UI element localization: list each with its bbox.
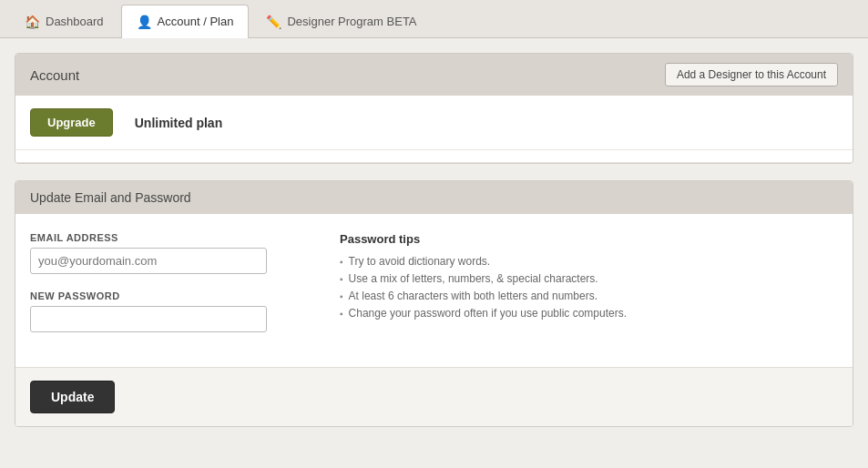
plan-row: Upgrade Unlimited plan: [15, 96, 853, 150]
list-item: ▪ Use a mix of letters, numbers, & speci…: [340, 272, 838, 285]
pencil-icon: ✏️: [266, 15, 281, 29]
tab-designer-program-label: Designer Program BETA: [287, 15, 416, 28]
password-input[interactable]: [30, 306, 267, 332]
form-right: Password tips ▪ Try to avoid dictionary …: [340, 232, 838, 349]
form-left: EMAIL ADDRESS NEW PASSWORD: [30, 232, 303, 349]
bullet-icon: ▪: [340, 309, 343, 319]
list-item: ▪ Change your password often if you use …: [340, 307, 838, 320]
user-icon: 👤: [137, 15, 152, 29]
upgrade-button[interactable]: Upgrade: [30, 108, 113, 137]
account-section: Account Add a Designer to this Account U…: [15, 53, 853, 164]
bullet-icon: ▪: [340, 257, 343, 267]
list-item: ▪ At least 6 characters with both letter…: [340, 290, 838, 302]
update-section-header: Update Email and Password: [15, 181, 853, 214]
email-input[interactable]: [30, 248, 267, 274]
bottom-bar: Update: [15, 367, 853, 426]
tab-dashboard[interactable]: 🏠 Dashboard: [9, 5, 119, 37]
list-item: ▪ Try to avoid dictionary words.: [340, 255, 838, 268]
password-label: NEW PASSWORD: [30, 290, 303, 301]
tip-text: Use a mix of letters, numbers, & special…: [349, 272, 598, 285]
tab-bar: 🏠 Dashboard 👤 Account / Plan ✏️ Designer…: [0, 0, 868, 38]
bullet-icon: ▪: [340, 274, 343, 284]
password-tips-list: ▪ Try to avoid dictionary words. ▪ Use a…: [340, 255, 838, 320]
tip-text: Try to avoid dictionary words.: [349, 255, 491, 268]
plan-name: Unlimited plan: [135, 116, 222, 130]
account-section-header: Account Add a Designer to this Account: [15, 54, 853, 96]
update-section: Update Email and Password EMAIL ADDRESS …: [15, 180, 853, 427]
tab-designer-program[interactable]: ✏️ Designer Program BETA: [250, 5, 432, 37]
password-tips-title: Password tips: [340, 232, 838, 246]
spacer-row: [15, 150, 853, 163]
home-icon: 🏠: [25, 15, 40, 29]
account-section-title: Account: [30, 67, 79, 83]
tip-text: Change your password often if you use pu…: [349, 307, 628, 320]
tab-account-plan-label: Account / Plan: [158, 15, 234, 28]
email-label: EMAIL ADDRESS: [30, 232, 303, 243]
main-content: Account Add a Designer to this Account U…: [0, 38, 868, 442]
password-field-group: NEW PASSWORD: [30, 290, 303, 332]
tip-text: At least 6 characters with both letters …: [349, 290, 597, 302]
update-button[interactable]: Update: [30, 381, 115, 413]
bullet-icon: ▪: [340, 291, 343, 301]
add-designer-button[interactable]: Add a Designer to this Account: [665, 63, 838, 86]
tab-account-plan[interactable]: 👤 Account / Plan: [121, 5, 250, 38]
tab-dashboard-label: Dashboard: [46, 15, 104, 28]
update-form-body: EMAIL ADDRESS NEW PASSWORD Password tips…: [15, 214, 853, 367]
update-section-title: Update Email and Password: [30, 190, 191, 205]
email-field-group: EMAIL ADDRESS: [30, 232, 303, 274]
